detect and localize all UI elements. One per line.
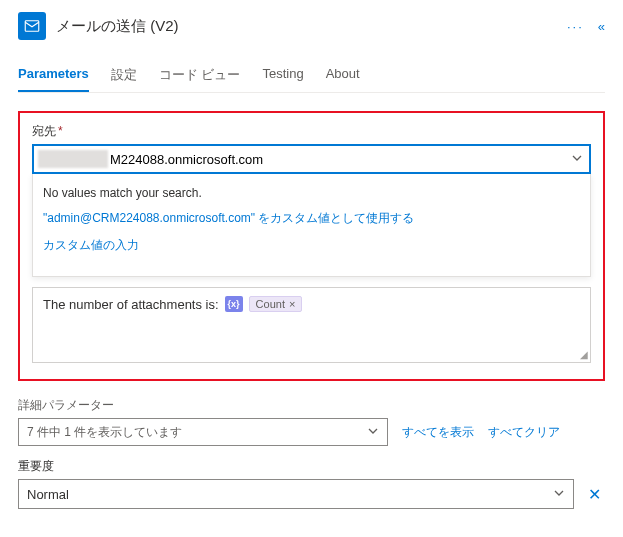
advanced-params-label: 詳細パラメーター <box>18 397 605 414</box>
action-title: メールの送信 (V2) <box>56 17 557 36</box>
tab-settings[interactable]: 設定 <box>111 60 137 92</box>
count-token[interactable]: Count × <box>249 296 303 312</box>
outlook-icon <box>18 12 46 40</box>
importance-label: 重要度 <box>18 458 605 475</box>
chevron-down-icon <box>367 425 379 440</box>
tab-testing[interactable]: Testing <box>262 60 303 92</box>
importance-select[interactable]: Normal <box>18 479 574 509</box>
tab-parameters[interactable]: Parameters <box>18 60 89 92</box>
use-as-custom-value-link[interactable]: "admin@CRM224088.onmicrosoft.com" をカスタム値… <box>43 210 580 227</box>
tab-codeview[interactable]: コード ビュー <box>159 60 241 92</box>
clear-all-button[interactable]: すべてクリア <box>488 424 560 441</box>
token-remove-icon[interactable]: × <box>289 298 295 310</box>
no-values-message: No values match your search. <box>43 186 580 200</box>
chevron-down-icon <box>553 487 565 502</box>
to-label: 宛先* <box>32 123 591 140</box>
to-input[interactable] <box>110 150 571 169</box>
body-editor[interactable]: The number of attachments is: {x} Count … <box>32 287 591 363</box>
enter-custom-value-link[interactable]: カスタム値の入力 <box>43 237 580 254</box>
to-dropdown: No values match your search. "admin@CRM2… <box>32 174 591 277</box>
tabs: Parameters 設定 コード ビュー Testing About <box>18 60 605 93</box>
svg-rect-0 <box>25 21 39 32</box>
advanced-params-select[interactable]: 7 件中 1 件を表示しています <box>18 418 388 446</box>
redacted-prefix <box>38 150 108 168</box>
chevron-down-icon[interactable] <box>571 152 583 167</box>
highlighted-region: 宛先* No values match your search. "admin@… <box>18 111 605 381</box>
more-icon[interactable]: ··· <box>567 19 584 34</box>
remove-parameter-icon[interactable]: ✕ <box>584 481 605 508</box>
expression-icon[interactable]: {x} <box>225 296 243 312</box>
collapse-icon[interactable]: « <box>598 19 605 34</box>
resize-handle-icon[interactable]: ◢ <box>580 349 588 360</box>
body-text: The number of attachments is: <box>43 297 219 312</box>
to-combobox[interactable] <box>32 144 591 174</box>
action-header: メールの送信 (V2) ··· « <box>18 12 605 40</box>
show-all-button[interactable]: すべてを表示 <box>402 424 474 441</box>
tab-about[interactable]: About <box>326 60 360 92</box>
